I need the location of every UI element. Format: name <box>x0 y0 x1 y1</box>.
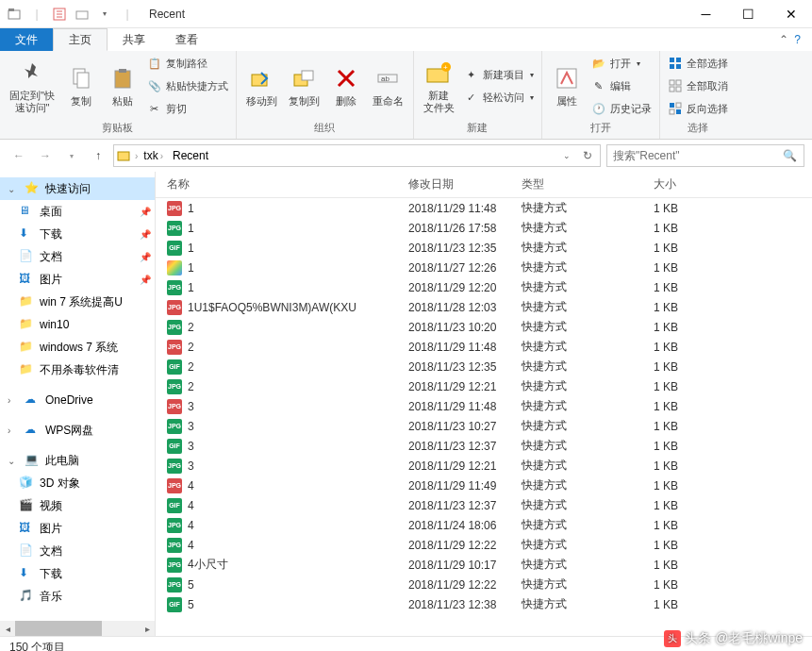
ribbon-collapse-icon[interactable]: ⌃ <box>779 33 788 46</box>
moveto-button[interactable]: 移动到 <box>240 53 283 119</box>
breadcrumb-seg2[interactable]: Recent <box>169 145 212 166</box>
copypath-button[interactable]: 📋复制路径 <box>147 53 228 74</box>
refresh-button[interactable]: ↻ <box>577 145 598 166</box>
scroll-thumb[interactable] <box>15 621 102 636</box>
tab-file[interactable]: 文件 <box>0 28 53 51</box>
selectnone-button[interactable]: 全部取消 <box>668 75 728 96</box>
open-button[interactable]: 📂打开▾ <box>591 53 652 74</box>
breadcrumb-sep[interactable]: › <box>135 151 138 161</box>
nav-documents[interactable]: 📄文档📌 <box>0 245 155 268</box>
newfolder-button[interactable]: + 新建 文件夹 <box>418 53 460 119</box>
nav-thispc[interactable]: ⌄💻此电脑 <box>0 449 155 472</box>
file-row[interactable]: JPG2 2018/11/29 11:48 快捷方式 1 KB <box>156 337 812 357</box>
file-row[interactable]: GIF4 2018/11/23 12:37 快捷方式 1 KB <box>156 495 812 515</box>
scroll-track[interactable] <box>15 621 140 636</box>
breadcrumb-seg1[interactable]: txk› <box>140 145 167 166</box>
tab-share[interactable]: 共享 <box>108 28 160 51</box>
nav-music[interactable]: 🎵音乐 <box>0 585 155 608</box>
file-row[interactable]: JPG4 2018/11/29 12:22 快捷方式 1 KB <box>156 535 812 555</box>
qat-dropdown-icon[interactable]: ▾ <box>94 4 115 25</box>
search-box[interactable]: 🔍 <box>606 144 804 167</box>
properties-button[interactable]: 属性 <box>546 53 588 119</box>
nav-pictures2[interactable]: 🖼图片 <box>0 517 155 540</box>
help-icon[interactable]: ? <box>794 33 801 46</box>
back-button[interactable]: ← <box>8 144 30 167</box>
file-icon: JPG <box>167 201 182 216</box>
newitem-button[interactable]: ✦新建项目▾ <box>464 64 534 85</box>
invert-button[interactable]: 反向选择 <box>668 98 728 119</box>
expand-icon[interactable]: › <box>8 395 19 406</box>
file-row[interactable]: JPG2 2018/11/29 12:21 快捷方式 1 KB <box>156 376 812 396</box>
selectall-button[interactable]: 全部选择 <box>668 53 728 74</box>
up-button[interactable]: ↑ <box>87 144 109 167</box>
videos-icon: 🎬 <box>19 498 34 513</box>
delete-button[interactable]: 删除 <box>325 53 367 119</box>
nav-downloads2[interactable]: ⬇下载 <box>0 562 155 585</box>
easyaccess-button[interactable]: ✓轻松访问▾ <box>464 87 534 108</box>
nav-pictures[interactable]: 🖼图片📌 <box>0 268 155 291</box>
nav-quickaccess[interactable]: ⌄⭐快速访问 <box>0 177 155 200</box>
search-input[interactable] <box>613 149 783 162</box>
rename-button[interactable]: ab 重命名 <box>367 53 409 119</box>
nav-horizontal-scrollbar[interactable]: ◂ ▸ <box>0 621 155 636</box>
cut-button[interactable]: ✂剪切 <box>147 98 228 119</box>
file-row[interactable]: GIF3 2018/11/23 12:37 快捷方式 1 KB <box>156 436 812 456</box>
edit-button[interactable]: ✎编辑 <box>591 75 652 96</box>
qat-newfolder-icon[interactable] <box>72 4 92 25</box>
column-date[interactable]: 修改日期 <box>401 176 514 192</box>
nav-desktop[interactable]: 🖥桌面📌 <box>0 200 155 223</box>
nav-documents2[interactable]: 📄文档 <box>0 540 155 562</box>
file-row[interactable]: JPG1 2018/11/29 11:48 快捷方式 1 KB <box>156 198 812 218</box>
file-row[interactable]: JPG4小尺寸 2018/11/29 10:17 快捷方式 1 KB <box>156 555 812 575</box>
forward-button[interactable]: → <box>34 144 57 167</box>
expand-icon[interactable]: ⌄ <box>8 456 19 466</box>
qat-properties-icon[interactable] <box>49 4 70 25</box>
file-row[interactable]: JPG2 2018/11/23 10:20 快捷方式 1 KB <box>156 317 812 337</box>
nav-folder-win10[interactable]: 📁win10 <box>0 313 155 336</box>
nav-folder-novirus[interactable]: 📁不用杀毒软件清 <box>0 359 155 381</box>
expand-icon[interactable]: ⌄ <box>8 184 19 194</box>
address-bar[interactable]: › txk› Recent ⌄ ↻ <box>113 144 601 167</box>
expand-icon[interactable]: › <box>8 426 19 436</box>
nav-downloads[interactable]: ⬇下载📌 <box>0 223 155 245</box>
nav-onedrive[interactable]: ›☁OneDrive <box>0 389 155 411</box>
file-row[interactable]: GIF1 2018/11/23 12:35 快捷方式 1 KB <box>156 238 812 258</box>
paste-button[interactable]: 粘贴 <box>102 53 143 119</box>
nav-videos[interactable]: 🎬视频 <box>0 494 155 517</box>
navigation-pane[interactable]: ⌄⭐快速访问 🖥桌面📌 ⬇下载📌 📄文档📌 🖼图片📌 📁win 7 系统提高U … <box>0 172 156 636</box>
column-size[interactable]: 大小 <box>646 176 721 192</box>
column-name[interactable]: 名称 <box>156 176 401 192</box>
file-row[interactable]: GIF5 2018/11/23 12:38 快捷方式 1 KB <box>156 594 812 614</box>
copy-button[interactable]: 复制 <box>60 53 102 119</box>
minimize-button[interactable]: ─ <box>685 0 727 28</box>
file-row[interactable]: JPG1U1$FAOQ5%BWNI3M)AW(KXU 2018/11/28 12… <box>156 297 812 317</box>
pasteshortcut-button[interactable]: 📎粘贴快捷方式 <box>147 75 228 96</box>
file-row[interactable]: 1 2018/11/27 12:26 快捷方式 1 KB <box>156 258 812 277</box>
tab-home[interactable]: 主页 <box>53 28 108 51</box>
file-row[interactable]: JPG4 2018/11/24 18:06 快捷方式 1 KB <box>156 515 812 535</box>
nav-3dobjects[interactable]: 🧊3D 对象 <box>0 472 155 494</box>
scroll-right-button[interactable]: ▸ <box>140 621 155 636</box>
close-button[interactable]: ✕ <box>770 0 812 28</box>
maximize-button[interactable]: ☐ <box>727 0 770 28</box>
tab-view[interactable]: 查看 <box>160 28 213 51</box>
nav-wps[interactable]: ›☁WPS网盘 <box>0 419 155 442</box>
file-row[interactable]: JPG4 2018/11/29 11:49 快捷方式 1 KB <box>156 476 812 495</box>
pin-to-quickaccess-button[interactable]: 固定到"快 速访问" <box>4 53 60 119</box>
recent-dropdown[interactable]: ▾ <box>60 144 83 167</box>
nav-folder-win7[interactable]: 📁win 7 系统提高U <box>0 291 155 313</box>
file-row[interactable]: GIF2 2018/11/23 12:35 快捷方式 1 KB <box>156 357 812 376</box>
file-row[interactable]: JPG1 2018/11/29 12:20 快捷方式 1 KB <box>156 277 812 297</box>
column-type[interactable]: 类型 <box>514 176 646 192</box>
history-button[interactable]: 🕐历史记录 <box>591 98 652 119</box>
scroll-left-button[interactable]: ◂ <box>0 621 15 636</box>
address-dropdown[interactable]: ⌄ <box>556 145 577 166</box>
file-row[interactable]: JPG3 2018/11/23 10:27 快捷方式 1 KB <box>156 416 812 436</box>
nav-folder-windows7[interactable]: 📁windows 7 系统 <box>0 336 155 359</box>
file-row[interactable]: JPG1 2018/11/26 17:58 快捷方式 1 KB <box>156 218 812 238</box>
copyto-button[interactable]: 复制到 <box>283 53 325 119</box>
file-row[interactable]: JPG5 2018/11/29 12:22 快捷方式 1 KB <box>156 575 812 594</box>
file-row[interactable]: JPG3 2018/11/29 12:21 快捷方式 1 KB <box>156 456 812 476</box>
file-row[interactable]: JPG3 2018/11/29 11:48 快捷方式 1 KB <box>156 396 812 416</box>
search-icon[interactable]: 🔍 <box>783 149 798 162</box>
